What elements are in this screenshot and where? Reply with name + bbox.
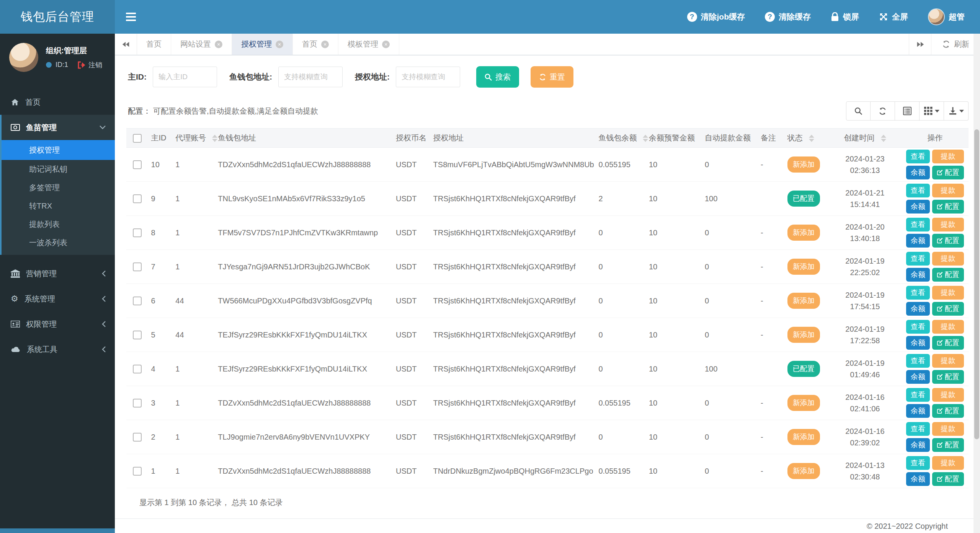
- row-checkbox[interactable]: [133, 365, 142, 373]
- view-button[interactable]: 查看: [906, 388, 930, 402]
- balance-button[interactable]: 余额: [906, 370, 930, 384]
- export-button[interactable]: [944, 101, 969, 121]
- balance-button[interactable]: 余额: [906, 200, 930, 214]
- view-button[interactable]: 查看: [906, 218, 930, 231]
- row-checkbox[interactable]: [133, 228, 142, 237]
- col-warn-amount[interactable]: 余额预警金额: [646, 129, 702, 148]
- withdraw-button[interactable]: 提款: [932, 354, 964, 368]
- config-button[interactable]: 配置: [932, 268, 964, 282]
- tab-site-settings[interactable]: 网站设置 ×: [171, 34, 232, 55]
- close-icon[interactable]: ×: [215, 41, 222, 48]
- reset-button[interactable]: 重置: [531, 66, 573, 88]
- sidebar-item-fish-management[interactable]: 鱼苗管理: [2, 115, 115, 140]
- config-button[interactable]: 配置: [932, 438, 964, 452]
- search-button[interactable]: 搜索: [476, 66, 519, 88]
- tabs-scroll-right-button[interactable]: [909, 34, 931, 55]
- row-checkbox[interactable]: [133, 331, 142, 339]
- config-button[interactable]: 配置: [932, 234, 964, 248]
- row-checkbox[interactable]: [133, 399, 142, 407]
- sidebar-item-withdraw-list[interactable]: 提款列表: [2, 215, 115, 233]
- config-button[interactable]: 配置: [932, 302, 964, 316]
- view-button[interactable]: 查看: [906, 184, 930, 197]
- config-button[interactable]: 配置: [932, 336, 964, 350]
- balance-button[interactable]: 余额: [906, 438, 930, 452]
- sidebar-item-yibosha-list[interactable]: 一波杀列表: [2, 233, 115, 252]
- sidebar-item-permission-management[interactable]: 权限管理: [0, 311, 115, 337]
- view-button[interactable]: 查看: [906, 320, 930, 334]
- sidebar-item-marketing[interactable]: 营销管理: [0, 261, 115, 286]
- row-checkbox[interactable]: [133, 467, 142, 476]
- logout-button[interactable]: 注销: [77, 60, 102, 70]
- withdraw-button[interactable]: 提款: [932, 184, 964, 197]
- sidebar-item-home[interactable]: 首页: [0, 90, 115, 115]
- sidebar-item-system-tools[interactable]: 系统工具: [0, 337, 115, 362]
- main-id-input[interactable]: [153, 67, 217, 87]
- sidebar-item-trx-transfer[interactable]: 转TRX: [2, 197, 115, 215]
- clear-job-cache-button[interactable]: ? 清除job缓存: [687, 11, 745, 22]
- columns-button[interactable]: [920, 101, 944, 121]
- clear-cache-button[interactable]: ? 清除缓存: [765, 11, 811, 22]
- close-icon[interactable]: ×: [276, 41, 283, 48]
- select-all-checkbox[interactable]: [133, 134, 142, 143]
- config-button[interactable]: 配置: [932, 404, 964, 418]
- sidebar-item-mnemonic-keys[interactable]: 助记词私钥: [2, 160, 115, 178]
- view-button[interactable]: 查看: [906, 456, 930, 470]
- config-button[interactable]: 配置: [932, 472, 964, 486]
- balance-button[interactable]: 余额: [906, 268, 930, 282]
- close-icon[interactable]: ×: [321, 41, 329, 48]
- row-checkbox[interactable]: [133, 297, 142, 305]
- col-remark[interactable]: 备注: [758, 129, 784, 148]
- vertical-scrollbar[interactable]: [973, 34, 980, 533]
- withdraw-button[interactable]: 提款: [932, 252, 964, 266]
- col-created[interactable]: 创建时间: [828, 129, 902, 148]
- table-search-button[interactable]: [846, 101, 871, 121]
- view-button[interactable]: 查看: [906, 422, 930, 436]
- balance-button[interactable]: 余额: [906, 234, 930, 248]
- view-button[interactable]: 查看: [906, 150, 930, 163]
- col-auth-addr[interactable]: 授权地址: [430, 129, 596, 148]
- row-checkbox[interactable]: [133, 160, 142, 169]
- tab-auth-management[interactable]: 授权管理 ×: [232, 34, 293, 55]
- config-button[interactable]: 配置: [932, 370, 964, 384]
- sort-icon[interactable]: [212, 135, 217, 142]
- view-button[interactable]: 查看: [906, 286, 930, 300]
- config-button[interactable]: 配置: [932, 200, 964, 214]
- lock-screen-button[interactable]: 锁屏: [831, 11, 859, 22]
- sort-icon[interactable]: [881, 135, 886, 142]
- scrollbar-thumb[interactable]: [974, 129, 979, 439]
- sidebar-item-system-management[interactable]: ⚙ 系统管理: [0, 286, 115, 311]
- row-checkbox[interactable]: [133, 194, 142, 203]
- fish-wallet-address-input[interactable]: [278, 67, 343, 87]
- tab-template-management[interactable]: 模板管理 ×: [338, 34, 399, 55]
- col-main-id[interactable]: 主ID: [148, 129, 173, 148]
- col-balance[interactable]: 鱼钱包余额: [595, 129, 646, 148]
- table-refresh-button[interactable]: [871, 101, 895, 121]
- sidebar-item-multisig[interactable]: 多签管理: [2, 178, 115, 197]
- sidebar-toggle-button[interactable]: [115, 0, 147, 34]
- row-checkbox[interactable]: [133, 262, 142, 271]
- fullscreen-button[interactable]: 全屏: [879, 11, 908, 22]
- auth-address-input[interactable]: [396, 67, 460, 87]
- tabs-scroll-left-button[interactable]: [115, 34, 137, 55]
- balance-button[interactable]: 余额: [906, 336, 930, 350]
- row-checkbox[interactable]: [133, 433, 142, 442]
- withdraw-button[interactable]: 提款: [932, 320, 964, 334]
- withdraw-button[interactable]: 提款: [932, 150, 964, 163]
- withdraw-button[interactable]: 提款: [932, 456, 964, 470]
- withdraw-button[interactable]: 提款: [932, 286, 964, 300]
- tab-refresh-button[interactable]: 刷新: [931, 34, 980, 55]
- col-status[interactable]: 状态: [784, 129, 828, 148]
- user-menu[interactable]: 超管: [928, 8, 965, 25]
- balance-button[interactable]: 余额: [906, 166, 930, 179]
- balance-button[interactable]: 余额: [906, 302, 930, 316]
- config-button[interactable]: 配置: [932, 166, 964, 179]
- balance-button[interactable]: 余额: [906, 472, 930, 486]
- view-button[interactable]: 查看: [906, 354, 930, 368]
- view-button[interactable]: 查看: [906, 252, 930, 266]
- balance-button[interactable]: 余额: [906, 404, 930, 418]
- sort-icon[interactable]: [809, 135, 814, 142]
- withdraw-button[interactable]: 提款: [932, 422, 964, 436]
- col-agent[interactable]: 代理账号: [172, 129, 215, 148]
- col-wallet[interactable]: 鱼钱包地址: [215, 129, 393, 148]
- sidebar-item-auth-management[interactable]: 授权管理: [2, 140, 115, 160]
